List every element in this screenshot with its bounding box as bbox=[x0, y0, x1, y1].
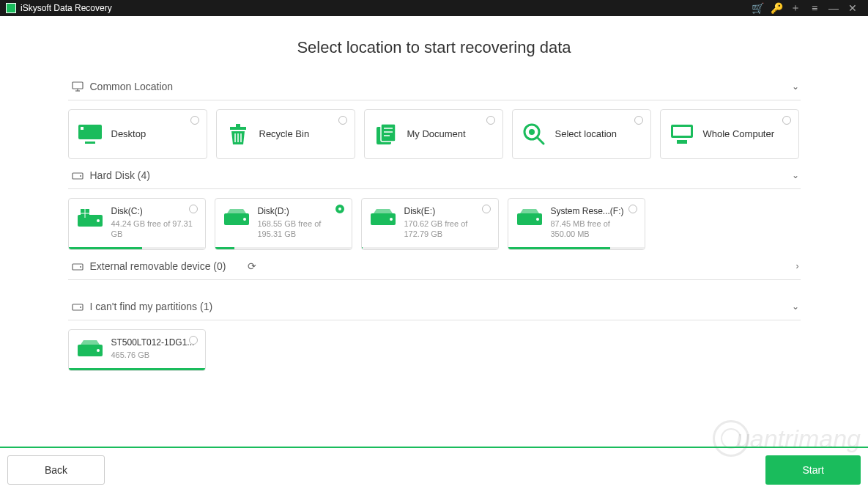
section-header-external[interactable]: External removable device (0) ⟳ › bbox=[68, 253, 801, 280]
disk-card-f[interactable]: System Rese...(F:) 87.45 MB free of 350.… bbox=[508, 198, 645, 250]
card-my-document[interactable]: My Document bbox=[364, 109, 503, 159]
svg-rect-6 bbox=[230, 127, 246, 130]
card-whole-computer[interactable]: Whole Computer bbox=[660, 109, 799, 159]
drive-icon bbox=[76, 339, 104, 361]
card-label: My Document bbox=[407, 129, 466, 139]
radio[interactable] bbox=[482, 205, 491, 213]
svg-point-25 bbox=[97, 219, 100, 222]
section-common: Common Location ⌄ Desktop Recycle Bin bbox=[68, 73, 801, 162]
section-label: Common Location bbox=[90, 81, 174, 92]
drive-icon bbox=[223, 208, 251, 230]
svg-rect-0 bbox=[73, 82, 83, 89]
disk-card-d[interactable]: Disk(D:) 168.55 GB free of 195.31 GB bbox=[215, 198, 352, 250]
svg-point-30 bbox=[243, 218, 246, 221]
radio[interactable] bbox=[782, 116, 791, 125]
section-external: External removable device (0) ⟳ › bbox=[68, 253, 801, 280]
section-header-hard-disk[interactable]: Hard Disk (4) ⌄ bbox=[68, 162, 801, 189]
svg-rect-5 bbox=[85, 142, 95, 144]
section-cant-find: I can't find my partitions (1) ⌄ ST500LT… bbox=[68, 293, 801, 374]
disk-free: 168.55 GB free of 195.31 GB bbox=[258, 219, 344, 240]
disk-free: 87.45 MB free of 350.00 MB bbox=[551, 219, 637, 240]
radio[interactable] bbox=[190, 116, 199, 125]
svg-point-40 bbox=[97, 349, 100, 352]
close-icon[interactable]: ✕ bbox=[843, 2, 862, 14]
back-button[interactable]: Back bbox=[7, 455, 105, 485]
windows-drive-icon bbox=[76, 208, 104, 230]
disk-progress bbox=[215, 247, 352, 249]
trash-icon bbox=[224, 120, 252, 148]
radio[interactable] bbox=[628, 205, 637, 213]
disk-free: 170.62 GB free of 172.79 GB bbox=[404, 219, 491, 240]
card-recycle-bin[interactable]: Recycle Bin bbox=[216, 109, 355, 159]
section-label: Hard Disk (4) bbox=[90, 169, 150, 181]
disk-free: 465.76 GB bbox=[111, 350, 195, 360]
menu-icon[interactable]: ≡ bbox=[805, 2, 824, 14]
svg-rect-7 bbox=[236, 124, 240, 127]
drive-icon bbox=[70, 171, 86, 180]
card-desktop[interactable]: Desktop bbox=[68, 109, 207, 159]
desktop-icon bbox=[76, 120, 104, 148]
card-label: Select location bbox=[555, 129, 617, 139]
card-label: Whole Computer bbox=[703, 129, 775, 139]
chevron-right-icon: › bbox=[796, 261, 799, 271]
radio[interactable] bbox=[189, 205, 198, 213]
title-bar: iSkysoft Data Recovery 🛒 🔑 ＋ ≡ — ✕ bbox=[0, 0, 868, 16]
drive-icon bbox=[516, 208, 544, 230]
drive-icon bbox=[70, 302, 86, 311]
radio[interactable] bbox=[634, 116, 643, 125]
svg-point-34 bbox=[536, 218, 539, 221]
chevron-down-icon: ⌄ bbox=[792, 301, 799, 312]
disk-name: Disk(E:) bbox=[404, 206, 491, 216]
plus-icon[interactable]: ＋ bbox=[786, 1, 805, 15]
footer-bar: Back Start bbox=[0, 447, 868, 492]
card-label: Recycle Bin bbox=[259, 129, 310, 139]
svg-point-38 bbox=[80, 306, 81, 308]
svg-rect-20 bbox=[673, 127, 691, 136]
disk-card-e[interactable]: Disk(E:) 170.62 GB free of 172.79 GB bbox=[361, 198, 499, 250]
start-button[interactable]: Start bbox=[765, 455, 861, 485]
radio[interactable] bbox=[189, 336, 198, 345]
svg-point-32 bbox=[390, 218, 393, 221]
svg-rect-21 bbox=[677, 140, 687, 144]
cant-find-row: ST500LT012-1DG1... 465.76 GB bbox=[68, 320, 801, 374]
disk-progress bbox=[362, 247, 498, 249]
refresh-icon[interactable]: ⟳ bbox=[248, 260, 256, 272]
radio-selected[interactable] bbox=[335, 205, 344, 213]
section-label: I can't find my partitions (1) bbox=[90, 301, 213, 312]
disk-name: Disk(C:) bbox=[111, 206, 198, 216]
disk-card-physical-0[interactable]: ST500LT012-1DG1... 465.76 GB bbox=[68, 329, 206, 371]
section-header-common[interactable]: Common Location ⌄ bbox=[68, 73, 801, 100]
app-title: iSkysoft Data Recovery bbox=[21, 3, 112, 13]
card-label: Desktop bbox=[111, 129, 146, 139]
svg-point-17 bbox=[529, 129, 535, 135]
disk-card-c[interactable]: Disk(C:) 44.24 GB free of 97.31 GB bbox=[68, 198, 206, 250]
svg-rect-4 bbox=[81, 127, 84, 130]
key-icon[interactable]: 🔑 bbox=[767, 2, 786, 14]
svg-point-23 bbox=[80, 175, 81, 177]
card-select-location[interactable]: Select location bbox=[512, 109, 651, 159]
radio[interactable] bbox=[338, 116, 347, 125]
disk-name: Disk(D:) bbox=[258, 206, 344, 216]
chevron-down-icon: ⌄ bbox=[792, 170, 799, 180]
monitor-icon bbox=[70, 81, 86, 92]
common-card-row: Desktop Recycle Bin My Document bbox=[68, 100, 801, 162]
disk-progress bbox=[69, 247, 205, 249]
radio[interactable] bbox=[486, 116, 495, 125]
disk-progress bbox=[508, 247, 645, 249]
section-label: External removable device (0) bbox=[90, 260, 226, 272]
svg-point-36 bbox=[80, 266, 81, 268]
disk-free: 44.24 GB free of 97.31 GB bbox=[111, 219, 198, 240]
cart-icon[interactable]: 🛒 bbox=[748, 2, 767, 14]
svg-line-18 bbox=[538, 138, 544, 144]
minimize-icon[interactable]: — bbox=[824, 2, 843, 14]
svg-rect-12 bbox=[381, 124, 396, 142]
hard-disk-row: Disk(C:) 44.24 GB free of 97.31 GB Disk(… bbox=[68, 189, 801, 253]
disk-name: System Rese...(F:) bbox=[551, 206, 637, 216]
drive-icon bbox=[70, 262, 86, 271]
main-area: Select location to start recovering data… bbox=[0, 16, 868, 447]
section-header-cant-find[interactable]: I can't find my partitions (1) ⌄ bbox=[68, 293, 801, 320]
chevron-down-icon: ⌄ bbox=[792, 81, 799, 92]
search-icon bbox=[520, 120, 548, 148]
section-hard-disk: Hard Disk (4) ⌄ Disk(C:) 44.24 GB free o… bbox=[68, 162, 801, 253]
computer-icon bbox=[668, 120, 696, 148]
